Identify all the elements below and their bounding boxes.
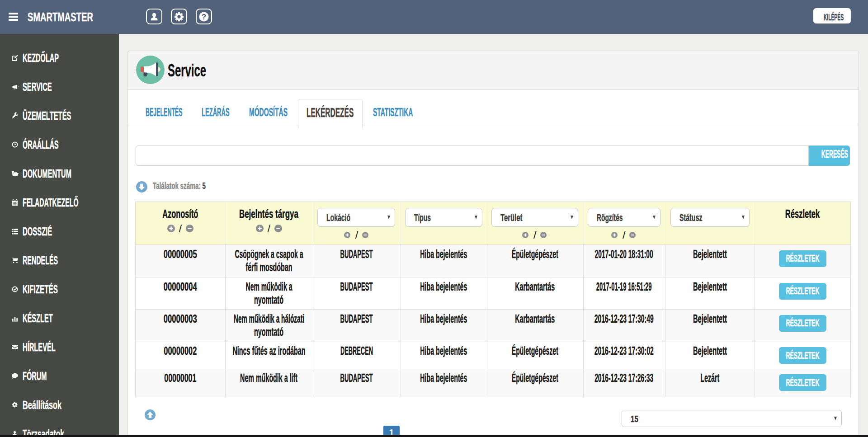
svg-text:?: ? <box>202 13 206 21</box>
